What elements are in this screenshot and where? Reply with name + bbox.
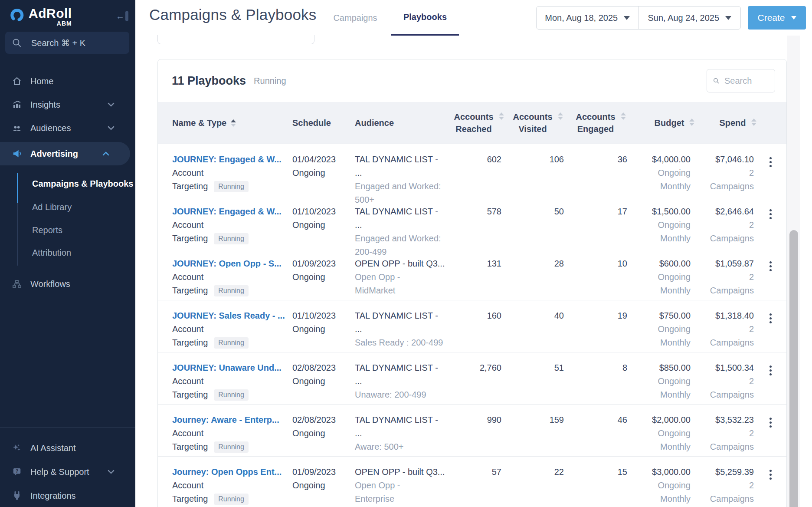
playbook-type-line1: Account bbox=[172, 323, 292, 336]
sort-icon bbox=[689, 119, 694, 126]
row-menu-button[interactable] bbox=[768, 416, 773, 456]
schedule-cell: 02/08/2023Ongoing bbox=[292, 405, 355, 456]
budget-amount: $600.00 bbox=[627, 257, 691, 270]
accounts-reached-cell: 131 bbox=[446, 248, 501, 300]
playbook-name-link[interactable]: JOURNEY: Engaged & W... bbox=[172, 153, 292, 166]
sidebar-item-label: Insights bbox=[30, 100, 60, 110]
column-header-audience[interactable]: Audience bbox=[355, 118, 446, 128]
audience-name: TAL DYNAMIC LIST - ... bbox=[355, 205, 446, 232]
megaphone-icon bbox=[12, 149, 22, 158]
tab-campaigns[interactable]: Campaigns bbox=[333, 0, 378, 36]
playbook-row: Journey: Aware - Enterp...AccountTargeti… bbox=[158, 404, 786, 456]
end-date-dropdown[interactable]: Sun, Aug 24, 2025 bbox=[639, 7, 741, 29]
start-date-value: Mon, Aug 18, 2025 bbox=[545, 13, 618, 23]
row-menu-button[interactable] bbox=[768, 260, 773, 300]
spend-detail: Campaigns bbox=[691, 232, 754, 245]
column-header-schedule[interactable]: Schedule bbox=[292, 118, 355, 128]
schedule-cell: 02/08/2023Ongoing bbox=[292, 352, 355, 404]
schedule-cell: 01/09/2023Ongoing bbox=[292, 457, 355, 507]
sidebar-item-ai-assistant[interactable]: AI Assistant bbox=[0, 436, 135, 460]
name-type-cell: Journey: Open Opps Ent...AccountTargetin… bbox=[158, 457, 292, 507]
sidebar-subitem-reports[interactable]: Reports bbox=[32, 224, 62, 237]
spend-cell: $3,532.232Campaigns bbox=[691, 405, 754, 456]
playbook-name-link[interactable]: JOURNEY: Unaware Und... bbox=[172, 361, 292, 375]
sidebar-search-placeholder: Search ⌘ + K bbox=[31, 38, 85, 48]
status-badge: Running bbox=[214, 337, 249, 349]
tab-playbooks[interactable]: Playbooks bbox=[391, 0, 459, 36]
sidebar-item-home[interactable]: Home bbox=[0, 69, 135, 93]
page-title: Campaigns & Playbooks bbox=[149, 6, 317, 23]
sidebar-subitem-attribution[interactable]: Attribution bbox=[32, 246, 71, 259]
column-label: Visited bbox=[518, 123, 547, 135]
playbook-row: JOURNEY: Open Opp - S...AccountTargeting… bbox=[158, 248, 786, 300]
column-header-accounts-reached[interactable]: Accounts Reached bbox=[446, 111, 501, 135]
spend-detail: Campaigns bbox=[691, 336, 754, 349]
scrollbar-track[interactable] bbox=[787, 36, 800, 507]
column-header-accounts-visited[interactable]: Accounts Visited bbox=[501, 111, 564, 135]
sidebar-subitem-campaigns-playbooks[interactable]: Campaigns & Playbooks bbox=[32, 177, 133, 190]
status-badge: Running bbox=[214, 233, 249, 244]
sidebar-item-label: Audiences bbox=[30, 123, 71, 133]
spend-detail: Campaigns bbox=[691, 180, 754, 193]
sidebar-search[interactable]: Search ⌘ + K bbox=[5, 32, 129, 54]
playbook-name-link[interactable]: JOURNEY: Engaged & W... bbox=[172, 205, 292, 218]
spend-amount: $1,059.87 bbox=[691, 257, 754, 270]
playbook-type-line1: Account bbox=[172, 427, 292, 440]
row-actions-cell bbox=[754, 405, 787, 456]
cutoff-filter-box bbox=[157, 35, 314, 44]
card-header: 11 Playbooks Running bbox=[158, 59, 786, 102]
sidebar-item-insights[interactable]: Insights bbox=[0, 93, 135, 116]
brand-sub: ABM bbox=[57, 20, 72, 27]
budget-detail: Monthly bbox=[627, 388, 691, 402]
audience-cell: TAL DYNAMIC LIST - ...Sales Ready : 200-… bbox=[355, 300, 446, 352]
row-menu-button[interactable] bbox=[768, 468, 773, 507]
table-search[interactable] bbox=[707, 69, 775, 92]
row-menu-button[interactable] bbox=[768, 312, 773, 352]
accounts-engaged-cell: 19 bbox=[564, 300, 627, 352]
budget-detail: Ongoing bbox=[627, 323, 691, 336]
spend-detail: 2 bbox=[691, 323, 754, 336]
insights-icon bbox=[12, 100, 22, 109]
playbook-name-link[interactable]: JOURNEY: Sales Ready - ... bbox=[172, 309, 292, 323]
create-button-label: Create bbox=[757, 13, 785, 23]
row-menu-button[interactable] bbox=[768, 364, 773, 404]
column-header-spend[interactable]: Spend bbox=[701, 117, 764, 129]
audience-name: OPEN OPP - built Q3... bbox=[355, 465, 446, 479]
playbook-name-link[interactable]: Journey: Open Opps Ent... bbox=[172, 465, 292, 479]
sidebar-item-audiences[interactable]: Audiences bbox=[0, 116, 135, 140]
collapse-sidebar-button[interactable]: ← bbox=[116, 11, 128, 21]
status-badge: Running bbox=[214, 181, 249, 192]
spend-amount: $1,500.34 bbox=[691, 361, 754, 375]
column-header-accounts-engaged[interactable]: Accounts Engaged bbox=[564, 111, 627, 135]
audience-cell: OPEN OPP - built Q3...Open Opp -MidMarke… bbox=[355, 248, 446, 300]
budget-detail: Monthly bbox=[627, 336, 691, 349]
start-date-dropdown[interactable]: Mon, Aug 18, 2025 bbox=[537, 7, 639, 29]
name-type-cell: JOURNEY: Open Opp - S...AccountTargeting… bbox=[158, 248, 292, 300]
accounts-visited-cell: 40 bbox=[501, 300, 564, 352]
sidebar-item-label: Advertising bbox=[30, 149, 78, 159]
audience-detail: MidMarket bbox=[355, 284, 446, 297]
sidebar-item-integrations[interactable]: Integrations bbox=[0, 484, 135, 507]
table-search-input[interactable] bbox=[724, 76, 769, 86]
spend-cell: $1,318.402Campaigns bbox=[691, 300, 754, 352]
sidebar-item-advertising[interactable]: Advertising bbox=[0, 142, 130, 165]
sidebar-item-workflows[interactable]: Workflows bbox=[0, 272, 135, 296]
caret-down-icon bbox=[791, 16, 796, 20]
column-header-name-type[interactable]: Name & Type bbox=[158, 117, 292, 129]
playbook-name-link[interactable]: JOURNEY: Open Opp - S... bbox=[172, 257, 292, 270]
scrollbar-thumb[interactable] bbox=[789, 230, 798, 507]
budget-cell: $600.00OngoingMonthly bbox=[627, 248, 691, 300]
help-bubble-icon: ? bbox=[12, 467, 22, 477]
create-button[interactable]: Create bbox=[748, 6, 806, 30]
audience-name: TAL DYNAMIC LIST - ... bbox=[355, 413, 446, 440]
table-body: JOURNEY: Engaged & W...AccountTargetingR… bbox=[158, 144, 786, 507]
playbook-name-link[interactable]: Journey: Aware - Enterp... bbox=[172, 413, 292, 427]
column-header-budget[interactable]: Budget bbox=[638, 117, 701, 129]
sidebar-item-help-support[interactable]: ? Help & Support bbox=[0, 460, 135, 484]
row-actions-cell bbox=[754, 300, 787, 352]
playbook-type-line2: Targeting bbox=[172, 388, 208, 402]
status-badge: Running bbox=[214, 494, 249, 505]
accounts-visited-cell: 51 bbox=[501, 352, 564, 404]
playbook-type-line2: Targeting bbox=[172, 180, 208, 193]
sidebar-subitem-ad-library[interactable]: Ad Library bbox=[32, 201, 72, 214]
